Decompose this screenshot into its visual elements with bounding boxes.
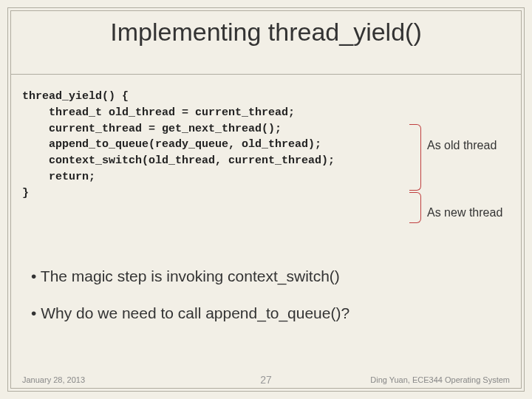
- footer-date: January 28, 2013: [22, 375, 85, 384]
- brace-new-thread: [409, 192, 421, 223]
- title-rule: [10, 74, 522, 75]
- bullet-item: Why do we need to call append_to_queue()…: [31, 304, 501, 322]
- footer: January 28, 2013 27 Ding Yuan, ECE344 Op…: [22, 375, 510, 384]
- bullet-item: The magic step is invoking context_switc…: [31, 267, 501, 285]
- code-line: context_switch(old_thread, current_threa…: [22, 154, 335, 167]
- code-line: append_to_queue(ready_queue, old_thread)…: [22, 138, 321, 151]
- annotation-new-thread: As new thread: [427, 205, 507, 220]
- code-line: current_thread = get_next_thread();: [22, 123, 282, 135]
- annotation-old-thread: As old thread: [427, 139, 507, 152]
- code-line: thread_t old_thread = current_thread;: [22, 106, 295, 119]
- footer-course: Ding Yuan, ECE344 Operating System: [370, 375, 510, 384]
- brace-old-thread: [409, 124, 421, 191]
- code-line: return;: [22, 171, 95, 183]
- footer-page-number: 27: [260, 374, 272, 386]
- code-line: }: [22, 187, 29, 200]
- bullet-list: The magic step is invoking context_switc…: [31, 259, 501, 341]
- code-line: thread_yield() {: [22, 90, 129, 103]
